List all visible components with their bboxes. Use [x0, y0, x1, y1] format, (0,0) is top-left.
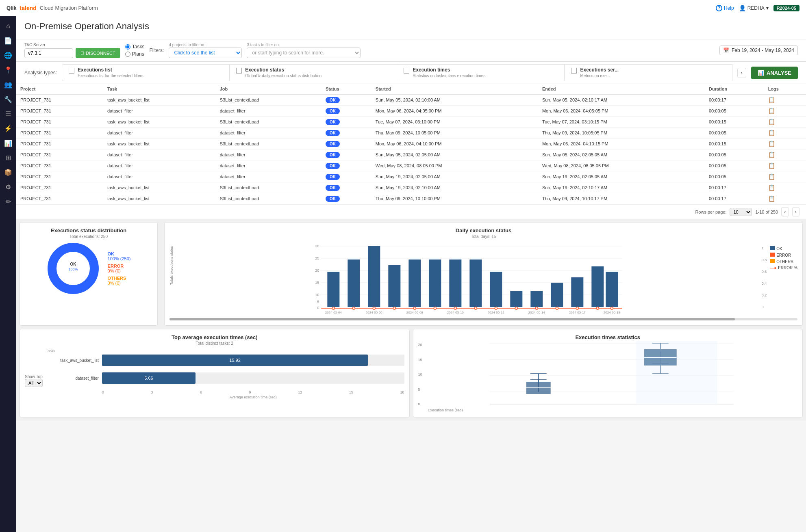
next-page-button[interactable]: › — [792, 207, 799, 216]
sidebar-item-users[interactable]: 👥 — [2, 78, 15, 91]
cell-ended: Sun, May 19, 2024, 02:05:05 AM — [538, 171, 705, 182]
sidebar-item-globe[interactable]: 🌐 — [2, 49, 15, 62]
main-layout: ⌂ 📄 🌐 📍 👥 🔧 ☰ ⚡ 📊 ⊞ 📦 ⚙ ✏ On-Premise Ope… — [0, 16, 806, 532]
radio-group: Tasks Plans — [125, 44, 145, 57]
cell-started: Sun, May 05, 2024, 02:05:00 AM — [371, 149, 538, 160]
projects-dropdown[interactable]: Click to see the list — [169, 48, 242, 58]
user-menu[interactable]: 👤 REDHA ▾ — [739, 5, 769, 11]
cell-project: PROJECT_731 — [16, 117, 103, 128]
exec-status-distribution-panel: Executions status distribution Total exe… — [20, 222, 158, 326]
projects-hint: 4 projects to filter on. — [169, 43, 242, 47]
cell-job: S3List_contextLoad — [216, 193, 322, 204]
svg-text:2024-05-12: 2024-05-12 — [488, 311, 504, 314]
cell-logs[interactable]: 📋 — [764, 149, 806, 160]
cell-logs[interactable]: 📋 — [764, 106, 806, 117]
rows-per-page-select[interactable]: 10 25 50 — [730, 208, 752, 216]
cell-duration: 00:00:15 — [705, 138, 764, 149]
bar-track-1: 5.66 — [102, 372, 404, 384]
cell-logs[interactable]: 📋 — [764, 171, 806, 182]
filter-bar: TAC Server v7.3.1 ⊟ DISCONNECT Tasks — [16, 39, 806, 62]
svg-text:100%: 100% — [68, 267, 78, 271]
show-top-select[interactable]: All 5 10 — [25, 379, 43, 387]
cell-logs[interactable]: 📋 — [764, 128, 806, 138]
svg-text:0: 0 — [317, 306, 319, 310]
cell-ended: Mon, May 06, 2024, 04:10:15 PM — [538, 138, 705, 149]
svg-text:10: 10 — [315, 293, 319, 297]
tasks-hint: 3 tasks to filter on. — [247, 43, 361, 47]
cell-duration: 00:00:17 — [705, 182, 764, 193]
scroll-right-button[interactable]: › — [737, 68, 746, 78]
sidebar-item-chart[interactable]: 📊 — [2, 136, 15, 149]
svg-text:5: 5 — [317, 300, 319, 304]
cell-ended: Sun, May 05, 2024, 02:05:05 AM — [538, 149, 705, 160]
sidebar-item-tools[interactable]: 🔧 — [2, 93, 15, 106]
table-row: PROJECT_731 task_aws_bucket_list S3List_… — [16, 182, 806, 193]
cell-logs[interactable]: 📋 — [764, 182, 806, 193]
svg-point-34 — [373, 307, 375, 309]
cell-logs[interactable]: 📋 — [764, 160, 806, 171]
radio-tasks[interactable]: Tasks — [125, 44, 145, 50]
sidebar-item-settings[interactable]: ⚙ — [2, 180, 15, 193]
col-ended: Ended — [538, 84, 705, 94]
cell-logs[interactable]: 📋 — [764, 117, 806, 128]
svg-text:30: 30 — [315, 244, 319, 248]
executions-ser-desc: Metrics on exe... — [580, 74, 610, 78]
chart-icon: 📊 — [758, 70, 764, 76]
table-row: PROJECT_731 dataset_filter dataset_filte… — [16, 128, 806, 138]
tac-server-select[interactable]: v7.3.1 — [24, 48, 73, 58]
cell-status: OK — [322, 128, 371, 138]
date-range-picker[interactable]: 📅 Feb 19, 2024 - May 19, 2024 — [719, 45, 798, 55]
sidebar-item-list[interactable]: ☰ — [2, 107, 15, 120]
charts-row-1: Executions status distribution Total exe… — [16, 219, 806, 329]
analysis-type-execution-times[interactable]: Execution times Statistics on tasks/plan… — [397, 64, 565, 81]
svg-point-43 — [556, 307, 558, 309]
col-started: Started — [371, 84, 538, 94]
sidebar-item-box[interactable]: 📦 — [2, 166, 15, 179]
sidebar-item-lightning[interactable]: ⚡ — [2, 122, 15, 135]
analysis-type-executions-list[interactable]: Executions list Executions list for the … — [62, 64, 230, 81]
cell-task: task_aws_bucket_list — [103, 182, 216, 193]
cell-status: OK — [322, 182, 371, 193]
bar-fill-1: 5.66 — [102, 372, 196, 384]
executions-list-desc: Executions list for the selected filters — [78, 74, 143, 78]
tasks-axis-label: Tasks — [46, 349, 404, 353]
executions-list-checkbox[interactable] — [69, 68, 74, 74]
projects-filter: 4 projects to filter on. Click to see th… — [169, 43, 242, 58]
daily-chart-area: 30 25 20 15 10 5 0 — [177, 242, 758, 316]
prev-page-button[interactable]: ‹ — [781, 207, 789, 216]
executions-ser-checkbox[interactable] — [571, 68, 577, 74]
help-button[interactable]: ? Help — [716, 5, 734, 11]
topbar-right: ? Help 👤 REDHA ▾ R2024-05 — [716, 5, 799, 11]
disconnect-button[interactable]: ⊟ DISCONNECT — [76, 48, 120, 58]
analysis-type-execution-status[interactable]: Execution status Global & daily executio… — [230, 64, 397, 81]
chart-scrollbar[interactable] — [169, 318, 797, 320]
sidebar-item-location[interactable]: 📍 — [2, 63, 15, 76]
cell-job: S3List_contextLoad — [216, 117, 322, 128]
show-top-label: Show Top — [25, 374, 43, 379]
exec-status-title: Executions status distribution — [25, 227, 152, 234]
svg-point-46 — [610, 307, 613, 309]
bar-label-0: task_aws_bucket_list — [46, 358, 99, 363]
legend-ok: OK 100% (250) — [108, 251, 131, 261]
cell-logs[interactable]: 📋 — [764, 193, 806, 204]
analysis-type-executions-ser[interactable]: Executions ser... Metrics on exe... — [565, 64, 732, 81]
cell-duration: 00:00:05 — [705, 149, 764, 160]
execution-status-checkbox[interactable] — [236, 68, 242, 74]
topbar: Qlik talend Cloud Migration Platform ? H… — [0, 0, 806, 16]
radio-plans[interactable]: Plans — [125, 51, 145, 57]
cell-job: dataset_filter — [216, 160, 322, 171]
sidebar-item-grid[interactable]: ⊞ — [2, 151, 15, 164]
analyse-button[interactable]: 📊 ANALYSE — [751, 67, 798, 79]
cell-logs[interactable]: 📋 — [764, 94, 806, 106]
exec-times-stats-body: 20151050 — [418, 341, 798, 407]
legend-others: OTHERS 0% (0) — [108, 276, 131, 285]
cell-logs[interactable]: 📋 — [764, 138, 806, 149]
tasks-search[interactable]: or start typing to search for more. — [247, 48, 361, 58]
sidebar-item-home[interactable]: ⌂ — [2, 19, 15, 32]
analysis-bar: Analysis types: Executions list Executio… — [16, 62, 806, 84]
execution-times-checkbox[interactable] — [404, 68, 409, 74]
y2-axis: 10.80.60.40.20 — [762, 242, 767, 309]
svg-text:task_aws_bucket_list: task_aws_bucket_list — [641, 406, 680, 406]
sidebar-item-docs[interactable]: 📄 — [2, 34, 15, 47]
sidebar-item-edit[interactable]: ✏ — [2, 195, 15, 208]
